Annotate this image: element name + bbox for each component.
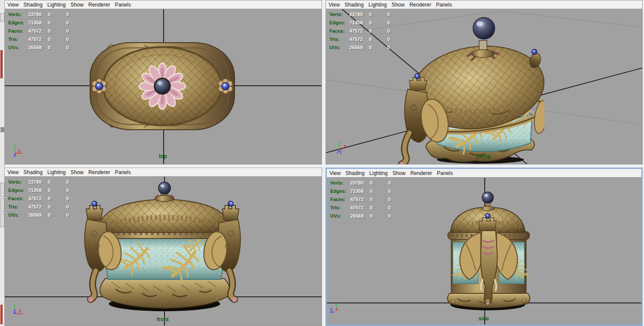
- hud-stat-label: UVs:: [8, 212, 28, 218]
- hud-stat-value: 0: [48, 204, 66, 209]
- svg-text:x: x: [344, 144, 346, 148]
- toolbar-edge-box: [0, 13, 4, 22]
- jewelry-box-side-view: [444, 191, 533, 313]
- hud-stat-value: 0: [387, 45, 390, 50]
- axis-gizmo: y x z: [12, 144, 23, 157]
- viewport-canvas-side[interactable]: Verts:2378000Edges:7135800Faces:4757200T…: [327, 177, 641, 325]
- hud-stat-label: UVs:: [8, 45, 28, 50]
- menu-panels[interactable]: Panels: [115, 169, 131, 175]
- hud-row: Verts:2378000: [8, 10, 69, 18]
- hud-stat-value: 0: [66, 188, 69, 193]
- hud-stat-label: Edges:: [330, 188, 350, 194]
- viewport-panel-front: ViewShadingLightingShowRendererPanels: [4, 168, 322, 326]
- viewport-canvas-front[interactable]: Verts:2378000Edges:7135800Faces:4757200T…: [5, 176, 322, 326]
- viewport-menubar: ViewShadingLightingShowRendererPanels: [5, 168, 322, 177]
- hud-stat-label: Verts:: [8, 12, 28, 17]
- menu-view[interactable]: View: [329, 170, 341, 176]
- jewelry-box-top-view: [87, 39, 237, 133]
- toolbar-edge-box: [0, 183, 4, 197]
- hud-stat-value: 71358: [350, 188, 370, 194]
- menu-view[interactable]: View: [329, 2, 340, 8]
- svg-text:y: y: [13, 304, 16, 308]
- menu-renderer[interactable]: Renderer: [409, 2, 431, 8]
- hud-row: UVs:2656900: [8, 43, 69, 51]
- menu-show[interactable]: Show: [392, 170, 406, 176]
- hud-stat-value: 26569: [28, 45, 48, 50]
- hud-stat-value: 0: [370, 205, 388, 210]
- menu-view[interactable]: View: [7, 2, 19, 8]
- lid-knob: [155, 182, 174, 202]
- hud-stat-value: 0: [66, 179, 69, 185]
- hud-stat-label: Faces:: [8, 28, 28, 34]
- hud-stat-value: 0: [369, 12, 387, 17]
- hud-stat-value: 0: [388, 180, 391, 185]
- hud-stat-value: 0: [66, 204, 69, 209]
- hud-stat-value: 0: [370, 197, 388, 202]
- hud-stat-label: Edges:: [8, 20, 28, 25]
- hud-stat-label: Faces:: [330, 197, 350, 202]
- menu-panels[interactable]: Panels: [437, 170, 453, 176]
- hud-row: Edges:7135800: [330, 187, 391, 195]
- view-label: front: [157, 316, 168, 323]
- hud-stat-value: 47572: [349, 28, 369, 34]
- menu-panels[interactable]: Panels: [115, 2, 131, 8]
- jewelry-box-persp-view: [382, 16, 544, 164]
- axis-gizmo: y x z: [12, 304, 24, 315]
- handle-boss-left: [92, 79, 107, 94]
- menu-panels[interactable]: Panels: [436, 2, 452, 8]
- hud-stat-label: Tris:: [8, 37, 28, 42]
- poly-count-hud: Verts:2378000Edges:7135800Faces:4757200T…: [8, 178, 69, 219]
- hud-stat-label: Verts:: [8, 179, 28, 185]
- hud-stat-value: 0: [387, 12, 390, 17]
- jewelry-box-front-view: [81, 181, 244, 312]
- menu-show[interactable]: Show: [70, 169, 84, 175]
- hud-stat-value: 0: [66, 45, 69, 50]
- hud-stat-value: 0: [48, 188, 66, 193]
- menu-lighting[interactable]: Lighting: [47, 2, 66, 8]
- hud-stat-value: 0: [387, 37, 390, 42]
- menu-lighting[interactable]: Lighting: [369, 2, 387, 8]
- hud-stat-value: 0: [66, 196, 69, 201]
- menu-shading[interactable]: Shading: [345, 170, 365, 176]
- hud-stat-label: Faces:: [8, 196, 28, 201]
- viewport-panel-side: ViewShadingLightingShowRendererPanels: [325, 168, 643, 326]
- menu-shading[interactable]: Shading: [23, 169, 43, 175]
- hud-stat-value: 0: [48, 196, 66, 201]
- poly-count-hud: Verts:2378000Edges:7135800Faces:4757200T…: [8, 10, 69, 51]
- hud-stat-value: 47572: [28, 196, 48, 201]
- menu-show[interactable]: Show: [392, 2, 405, 8]
- svg-text:y: y: [13, 144, 16, 148]
- hud-row: Verts:2378000: [329, 10, 390, 18]
- hud-stat-value: 23780: [28, 179, 48, 185]
- hud-stat-value: 0: [370, 180, 388, 185]
- hud-stat-label: Tris:: [330, 205, 350, 210]
- hud-stat-value: 0: [369, 45, 387, 50]
- menu-lighting[interactable]: Lighting: [369, 170, 388, 176]
- menu-view[interactable]: View: [7, 169, 19, 175]
- view-label: side: [479, 316, 489, 322]
- menu-lighting[interactable]: Lighting: [47, 169, 66, 175]
- hud-stat-value: 0: [387, 28, 390, 34]
- hud-row: UVs:2656900: [8, 211, 69, 219]
- viewport-canvas-persp[interactable]: Verts:2378000Edges:7135800Faces:4757200T…: [326, 9, 642, 164]
- viewport-canvas-top[interactable]: Verts:2378000Edges:7135800Faces:4757200T…: [5, 9, 322, 164]
- menu-renderer[interactable]: Renderer: [88, 2, 110, 8]
- menu-shading[interactable]: Shading: [23, 2, 43, 8]
- hud-stat-label: UVs:: [329, 45, 349, 50]
- hud-stat-value: 0: [388, 197, 391, 202]
- viewport-panel-persp: ViewShadingLightingShowRendererPanels: [325, 0, 643, 165]
- hud-stat-label: Tris:: [8, 204, 28, 209]
- hud-stat-value: 26569: [28, 212, 48, 218]
- hud-stat-value: 0: [388, 213, 391, 218]
- hud-stat-value: 0: [48, 20, 66, 25]
- menu-show[interactable]: Show: [70, 2, 84, 8]
- hud-row: Faces:4757200: [8, 27, 69, 35]
- hud-stat-label: Verts:: [330, 180, 350, 185]
- hud-stat-value: 0: [388, 188, 391, 194]
- menu-shading[interactable]: Shading: [345, 2, 364, 8]
- hud-row: Faces:4757200: [330, 195, 391, 203]
- hud-stat-value: 0: [370, 188, 388, 194]
- menu-renderer[interactable]: Renderer: [410, 170, 432, 176]
- menu-renderer[interactable]: Renderer: [88, 169, 110, 175]
- hud-row: Faces:4757200: [329, 27, 390, 35]
